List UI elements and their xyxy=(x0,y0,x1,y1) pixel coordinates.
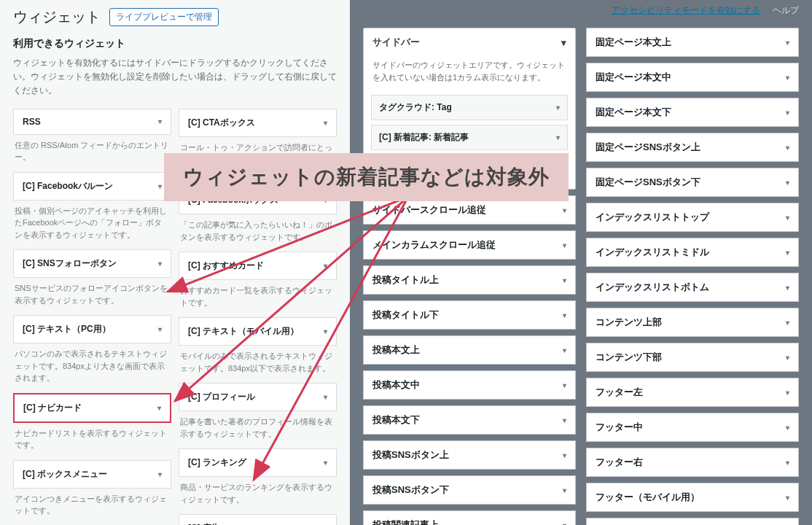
chevron-down-icon: ▾ xyxy=(158,325,162,333)
sidebar-inner-widget[interactable]: [C] 新着記事: 新着記事▾ xyxy=(371,125,568,150)
chevron-down-icon: ▾ xyxy=(324,393,327,401)
widget-desc: アイコンつきメニューを表示するウィジェットです。 xyxy=(13,493,171,525)
widget-area[interactable]: フッター右▾ xyxy=(586,448,799,477)
widget-area[interactable]: インデックスリストボトム▾ xyxy=(586,273,799,302)
widget-area[interactable]: インデックスリストトップ▾ xyxy=(586,203,799,232)
widget-title: [C] プロフィール xyxy=(188,391,255,403)
widget-box[interactable]: RSS▾ xyxy=(13,109,171,135)
chevron-down-icon: ▾ xyxy=(786,354,789,362)
widget-area[interactable]: 投稿タイトル下▾ xyxy=(363,300,576,330)
widget-area[interactable]: 投稿本文上▾ xyxy=(363,335,576,365)
widget-area[interactable]: 投稿本文中▾ xyxy=(363,370,576,400)
chevron-down-icon: ▾ xyxy=(786,494,789,502)
chevron-down-icon: ▾ xyxy=(324,262,327,270)
widget-area-title: インデックスリストミドル xyxy=(596,246,709,259)
chevron-down-icon: ▾ xyxy=(563,311,566,319)
widget-desc: 記事を書いた著者のプロフィール情報を表示するウィジェットです。 xyxy=(179,416,337,448)
chevron-down-icon: ▾ xyxy=(556,133,560,141)
widget-area[interactable]: 投稿SNSボタン下▾ xyxy=(363,475,576,505)
sidebar-area-desc: サイドバーのウィジェットエリアです。ウィジェットを入れていない場合は1カラム表示… xyxy=(364,56,575,90)
chevron-down-icon: ▾ xyxy=(563,521,566,526)
widget-area-title: 投稿関連記事上 xyxy=(372,518,439,525)
widget-area[interactable]: メインカラムスクロール追従▾ xyxy=(363,230,576,260)
widget-area[interactable]: フッター左▾ xyxy=(586,378,799,407)
chevron-down-icon: ▾ xyxy=(157,404,161,412)
inner-widget-label: タグクラウド: Tag xyxy=(379,101,452,114)
widget-area-title: フッター（モバイル用） xyxy=(596,491,700,504)
widget-area-title: メインカラムスクロール追従 xyxy=(372,238,496,252)
widget-desc: おすすめカード一覧を表示するウィジェットです。 xyxy=(179,284,337,317)
widget-area[interactable]: フッター中▾ xyxy=(586,413,799,442)
widget-area[interactable]: 投稿関連記事上▾ xyxy=(363,510,576,525)
widget-area[interactable]: 固定ページ本文上▾ xyxy=(586,28,799,57)
chevron-down-icon: ▾ xyxy=(563,381,566,389)
widget-box[interactable]: [C] ボックスメニュー▾ xyxy=(13,460,171,489)
widget-title: [C] おすすめカード xyxy=(188,260,264,272)
widget-area[interactable]: 投稿本文下▾ xyxy=(363,405,576,435)
widget-box[interactable]: [C] テキスト（モバイル用）▾ xyxy=(179,317,337,346)
chevron-down-icon: ▾ xyxy=(563,451,566,459)
widget-area[interactable]: 投稿SNSボタン上▾ xyxy=(363,440,576,470)
widget-area[interactable]: 404ページ▾ xyxy=(586,518,799,525)
widget-area-title: サイドバースクロール追従 xyxy=(372,203,486,217)
widget-area-title: 投稿SNSボタン下 xyxy=(372,483,449,497)
widget-area-title: 投稿タイトル下 xyxy=(372,308,439,322)
widget-area[interactable]: 固定ページ本文下▾ xyxy=(586,98,799,127)
widget-area-title: 投稿本文中 xyxy=(372,378,420,392)
widget-area[interactable]: フッター（モバイル用）▾ xyxy=(586,483,799,512)
widget-area[interactable]: インデックスリストミドル▾ xyxy=(586,238,799,267)
chevron-down-icon: ▾ xyxy=(786,319,789,327)
widget-area-title: 固定ページ本文下 xyxy=(596,106,671,119)
widget-area-title: 固定ページ本文中 xyxy=(596,71,671,84)
a11y-mode-link[interactable]: アクセシビリティモードを有効にする xyxy=(612,5,760,15)
widget-title: RSS xyxy=(23,117,41,127)
widget-box[interactable]: [C] Facebookバルーン▾ xyxy=(13,172,171,201)
help-link[interactable]: ヘルプ xyxy=(773,5,799,15)
chevron-down-icon: ▾ xyxy=(786,144,789,152)
chevron-down-icon: ▾ xyxy=(556,104,560,112)
chevron-down-icon: ▾ xyxy=(563,206,566,214)
widget-desc: 投稿・個別ページのアイキャッチを利用したFacebookページへの「フォロー」ボ… xyxy=(13,205,171,250)
chevron-down-icon: ▾ xyxy=(786,249,789,257)
widget-desc: 「この記事が気に入ったらいいね！」のボタンを表示するウィジェットです。 xyxy=(179,219,337,252)
chevron-down-icon: ▾ xyxy=(786,424,789,432)
widget-area-title: コンテンツ上部 xyxy=(596,316,662,329)
widget-area-title: インデックスリストトップ xyxy=(596,211,709,224)
chevron-down-icon: ▾ xyxy=(563,276,566,284)
widget-box[interactable]: [C] SNSフォローボタン▾ xyxy=(13,249,171,278)
chevron-down-icon: ▾ xyxy=(158,260,162,268)
widget-box[interactable]: [C] プロフィール▾ xyxy=(179,383,337,411)
chevron-down-icon: ▾ xyxy=(786,109,789,117)
available-widgets-desc: ウィジェットを有効化するにはサイドバーにドラッグするかクリックしてください。ウィ… xyxy=(13,56,337,98)
chevron-down-icon: ▾ xyxy=(786,284,789,292)
widget-box[interactable]: [C] おすすめカード▾ xyxy=(179,252,337,280)
widget-title: [C] ボックスメニュー xyxy=(23,468,107,481)
widget-area[interactable]: 投稿タイトル上▾ xyxy=(363,265,576,295)
chevron-down-icon: ▾ xyxy=(563,346,566,354)
widget-desc: パソコンのみで表示されるテキストウィジェットです。834pxより大きな画面で表示… xyxy=(13,348,171,393)
widget-title: [C] SNSフォローボタン xyxy=(23,257,117,270)
widget-box[interactable]: [C] CTAボックス▾ xyxy=(179,109,337,137)
widget-area[interactable]: 固定ページSNSボタン下▾ xyxy=(586,168,799,197)
widget-box[interactable]: [C] 広告▾ xyxy=(179,514,337,525)
widget-area-title: コンテンツ下部 xyxy=(596,351,662,364)
widget-desc: 商品・サービスのランキングを表示するウィジェットです。 xyxy=(179,481,337,514)
widget-area-title: 固定ページ本文上 xyxy=(596,36,671,49)
widget-area[interactable]: 固定ページ本文中▾ xyxy=(586,63,799,92)
widget-box[interactable]: [C] テキスト（PC用）▾ xyxy=(13,315,171,343)
widget-box[interactable]: [C] ナビカード▾ xyxy=(13,393,171,423)
chevron-down-icon: ▾ xyxy=(158,470,162,478)
widget-area-title: フッター右 xyxy=(596,456,643,469)
widget-area[interactable]: 固定ページSNSボタン上▾ xyxy=(586,133,799,162)
widget-area-title: 投稿本文下 xyxy=(372,413,420,427)
widget-title: [C] ナビカード xyxy=(23,402,82,414)
widget-area[interactable]: コンテンツ上部▾ xyxy=(586,308,799,337)
chevron-down-icon: ▾ xyxy=(786,179,789,187)
widget-area[interactable]: コンテンツ下部▾ xyxy=(586,343,799,372)
live-preview-button[interactable]: ライブプレビューで管理 xyxy=(109,8,219,26)
widget-desc: 任意の RSS/Atom フィードからのエントリー。 xyxy=(13,139,171,172)
widget-box[interactable]: [C] ランキング▾ xyxy=(179,448,337,477)
widget-title: [C] CTAボックス xyxy=(188,117,255,129)
widget-title: [C] ランキング xyxy=(188,456,246,469)
sidebar-inner-widget[interactable]: タグクラウド: Tag▾ xyxy=(371,95,568,120)
